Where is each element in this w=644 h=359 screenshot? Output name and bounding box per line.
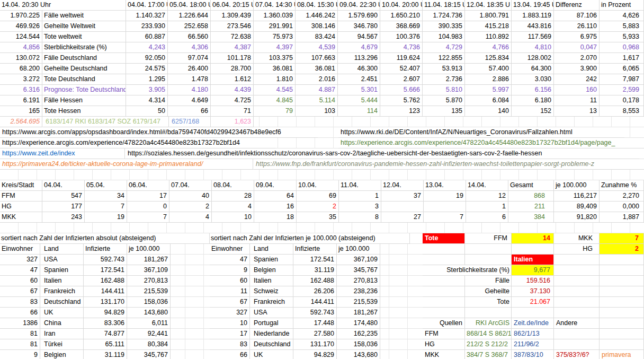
- land-header[interactable]: Land: [250, 244, 293, 255]
- row-label[interactable]: Tote Deutschland: [42, 74, 126, 85]
- per100k-cell[interactable]: 367,109: [127, 265, 171, 276]
- infizierte-cell[interactable]: 65.111: [84, 339, 127, 350]
- infizierte-cell[interactable]: 74.877: [84, 329, 127, 339]
- gesamt-header[interactable]: Gesamt: [508, 180, 554, 191]
- cell[interactable]: 1.478: [168, 74, 211, 85]
- column-header[interactable]: 07.04. 14:30 U: [254, 0, 296, 11]
- cell[interactable]: 36.081: [254, 64, 296, 74]
- cell[interactable]: 52.407: [380, 64, 423, 74]
- cell[interactable]: 1.140.327: [126, 11, 168, 21]
- einwohner-cell[interactable]: 66: [0, 308, 40, 318]
- cell[interactable]: 7: [85, 202, 127, 212]
- cell[interactable]: 19: [85, 212, 127, 223]
- cell[interactable]: 308.146: [296, 21, 338, 32]
- cell[interactable]: 1.446.242: [296, 11, 338, 21]
- cell[interactable]: 8: [339, 212, 381, 223]
- cell[interactable]: 101.178: [211, 53, 254, 64]
- cell[interactable]: 177: [42, 202, 85, 212]
- italien-header-cell[interactable]: Italien: [512, 255, 554, 265]
- cell[interactable]: 1.579.690: [338, 11, 380, 21]
- cell[interactable]: 1.226.644: [168, 11, 211, 21]
- land-cell[interactable]: USA: [250, 308, 293, 318]
- infizierte-cell[interactable]: 26.206: [293, 286, 337, 297]
- zunahme-cell[interactable]: 2,270: [600, 191, 644, 202]
- quellen-mkk-andere[interactable]: 375/83?/6?: [554, 350, 600, 359]
- note-cell[interactable]: 1,623: [211, 117, 254, 127]
- column-header[interactable]: 10.04. 20:00 U: [380, 0, 423, 11]
- gesamt-cell[interactable]: 868: [508, 191, 554, 202]
- cell[interactable]: 1.724.736: [423, 11, 465, 21]
- einwohner-cell[interactable]: 81: [0, 339, 40, 350]
- differenz-cell[interactable]: 2.070: [554, 53, 600, 64]
- differenz-cell[interactable]: 242: [554, 74, 600, 85]
- prozent-cell[interactable]: 7,987: [600, 74, 644, 85]
- per100k-header[interactable]: je 100.000: [554, 180, 600, 191]
- einwohner-cell[interactable]: 60: [0, 276, 40, 286]
- column-header[interactable]: 13.04. 19:45 U: [512, 0, 554, 11]
- current-value-cell[interactable]: 124.544: [0, 32, 42, 42]
- quellen-hg-rki[interactable]: 212/2 S 212/2: [465, 339, 512, 350]
- column-header[interactable]: 14.04.: [466, 180, 508, 191]
- infizierte-cell[interactable]: 83.306: [84, 318, 127, 329]
- infizierte-cell[interactable]: 592.743: [293, 308, 337, 318]
- cell[interactable]: 5.870: [423, 95, 465, 106]
- current-value-cell[interactable]: 6.191: [0, 95, 42, 106]
- row-label[interactable]: Prognose: Tote Deutschland: [42, 85, 126, 95]
- per100k-header[interactable]: je 100.000: [337, 244, 380, 255]
- cell[interactable]: 119.624: [380, 53, 423, 64]
- hg-deaths-label[interactable]: HG: [554, 244, 600, 255]
- quellen-col-andere[interactable]: Andere: [554, 318, 600, 329]
- column-header[interactable]: 06.04. 20:15 U: [211, 0, 254, 11]
- ffm-deaths-value[interactable]: 14: [512, 233, 554, 244]
- cell[interactable]: 19: [424, 191, 466, 202]
- cell[interactable]: 64.300: [512, 64, 554, 74]
- differenz-cell[interactable]: 87.106: [554, 11, 600, 21]
- tote-header-cell[interactable]: Tote: [423, 233, 465, 244]
- land-cell[interactable]: Deutschland: [250, 339, 293, 350]
- cell[interactable]: 2.016: [296, 74, 338, 85]
- per100k-cell[interactable]: 6,011: [127, 318, 171, 329]
- cell[interactable]: 64: [254, 191, 297, 202]
- current-value-cell[interactable]: 68.200: [0, 64, 42, 74]
- per100k-cell[interactable]: 367,109: [337, 255, 380, 265]
- cell[interactable]: 5.810: [423, 85, 465, 95]
- cell[interactable]: 117.569: [512, 32, 554, 42]
- cell[interactable]: 34: [85, 191, 127, 202]
- cell[interactable]: 2: [169, 202, 212, 212]
- row-label[interactable]: Tote Hessen: [42, 106, 126, 117]
- row-label[interactable]: Fälle Deutschland: [42, 53, 126, 64]
- cell[interactable]: 6.180: [512, 95, 554, 106]
- cell[interactable]: 4,243: [126, 42, 168, 53]
- arcgis-url[interactable]: https://www.arcgis.com/apps/opsdashboard…: [0, 127, 318, 138]
- land-header[interactable]: Land: [40, 244, 84, 255]
- total-cases-cell[interactable]: 2.564.695: [0, 117, 42, 127]
- cell[interactable]: 4,306: [168, 42, 211, 53]
- land-cell[interactable]: China: [40, 318, 84, 329]
- cell[interactable]: 57.400: [465, 64, 512, 74]
- per100k-cell[interactable]: 91,820: [554, 212, 600, 223]
- ffm-deaths-label[interactable]: FFM: [465, 233, 512, 244]
- current-value-cell[interactable]: 6.316: [0, 85, 42, 95]
- infizierte-cell[interactable]: 162.488: [84, 276, 127, 286]
- cell[interactable]: 291.991: [254, 21, 296, 32]
- land-cell[interactable]: Frankreich: [250, 297, 293, 308]
- cell[interactable]: 1.800.791: [465, 11, 512, 21]
- italy-mortality-label[interactable]: Sterblichkeitsrate (%): [423, 265, 512, 276]
- cell[interactable]: 71: [211, 106, 254, 117]
- cell[interactable]: 2.736: [423, 74, 465, 85]
- kreis-label[interactable]: FFM: [0, 191, 42, 202]
- cell[interactable]: 1.883.119: [512, 11, 554, 21]
- per100k-cell[interactable]: 116,217: [554, 191, 600, 202]
- land-cell[interactable]: Belgien: [250, 265, 293, 276]
- infizierte-cell[interactable]: 31.119: [84, 350, 127, 359]
- quellen-mkk-rki[interactable]: 384/7 S 368/7: [465, 350, 512, 359]
- timestamp-header-cell[interactable]: 14.04. 20:30 Uhr: [0, 0, 126, 11]
- einwohner-cell[interactable]: 10: [210, 318, 250, 329]
- cell[interactable]: 92.050: [126, 53, 168, 64]
- einwohner-header[interactable]: Einwohner: [210, 244, 250, 255]
- cell[interactable]: 4,397: [254, 42, 296, 53]
- prozent-cell[interactable]: 4,626: [600, 11, 644, 21]
- row-label[interactable]: Geheilte Weltweit: [42, 21, 126, 32]
- cell[interactable]: 53.913: [423, 64, 465, 74]
- cell[interactable]: 16: [254, 202, 297, 212]
